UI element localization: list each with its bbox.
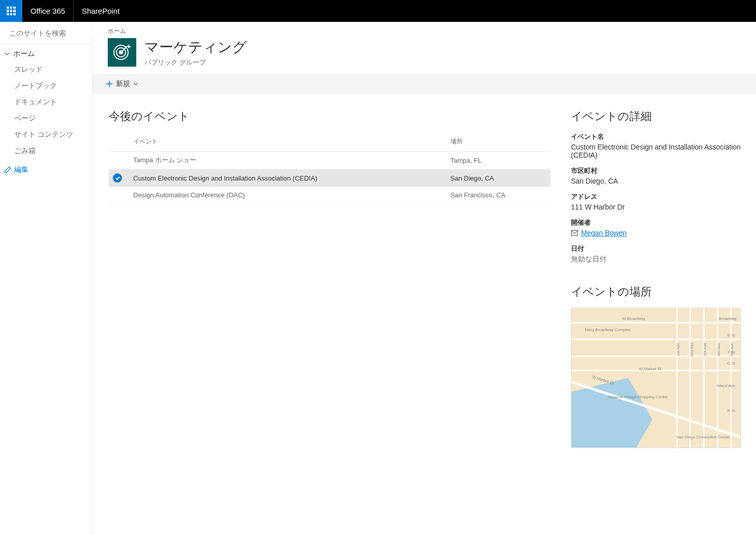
detail-addr-value: 111 W Harbor Dr xyxy=(571,203,741,211)
page-title: マーケティング xyxy=(144,38,247,57)
detail-heading: イベントの詳細 xyxy=(571,109,741,124)
events-heading: 今後のイベント xyxy=(109,109,551,124)
event-name-cell: Custom Electronic Design and Installatio… xyxy=(129,169,446,187)
plus-icon xyxy=(106,80,113,87)
event-name-cell: Design Automation Conference (DAC) xyxy=(129,187,446,203)
map-label: 4th Ave xyxy=(716,343,720,356)
table-row[interactable]: Design Automation Conference (DAC) San F… xyxy=(109,187,551,203)
chevron-down-icon xyxy=(133,81,138,86)
chevron-down-icon xyxy=(4,51,10,57)
map-label: San Diego Convention Center xyxy=(676,435,730,439)
nav-header-label: ホーム xyxy=(13,49,35,58)
svg-line-5 xyxy=(121,46,127,52)
map-label: 1st Ave xyxy=(675,343,680,356)
event-loc-cell: San Diego, CA xyxy=(446,169,551,187)
detail-name-value: Custom Electronic Design and Installatio… xyxy=(571,143,741,159)
map-label: Navy Broadway Complex xyxy=(585,328,631,332)
map-label: G St xyxy=(727,361,735,366)
nav-item-pages[interactable]: ページ xyxy=(0,110,92,127)
nav-item-documents[interactable]: ドキュメント xyxy=(0,94,92,110)
search-input[interactable] xyxy=(9,29,98,37)
search-box[interactable] xyxy=(0,22,92,44)
nav-item-threads[interactable]: スレッド xyxy=(0,62,92,78)
edit-icon xyxy=(4,166,11,173)
event-name-cell: Tampa ホーム ショー xyxy=(129,152,446,169)
svg-rect-8 xyxy=(571,230,578,235)
suite-bar: Office 365 SharePoint xyxy=(0,0,756,22)
map-label: W Market St xyxy=(639,367,661,371)
row-check-icon[interactable] xyxy=(113,173,122,183)
detail-city-value: San Diego, CA xyxy=(571,177,741,185)
app-launcher-button[interactable] xyxy=(0,0,22,22)
target-icon xyxy=(112,42,132,63)
edit-nav-link[interactable]: 編集 xyxy=(0,161,92,179)
detail-addr-label: アドレス xyxy=(571,192,741,201)
table-row[interactable]: Tampa ホーム ショー Tampa, FL xyxy=(109,152,551,169)
map-label: 2nd Ave xyxy=(689,342,694,357)
new-button-label: 新規 xyxy=(116,79,130,88)
col-event[interactable]: イベント xyxy=(129,132,446,152)
site-subtitle: パブリック グループ xyxy=(144,58,247,67)
nav-home-header[interactable]: ホーム xyxy=(0,44,92,62)
brand-label[interactable]: Office 365 xyxy=(22,0,74,22)
detail-date-label: 日付 xyxy=(571,244,741,253)
mail-icon xyxy=(571,230,578,236)
col-location[interactable]: 場所 xyxy=(446,132,551,152)
event-loc-cell: Tampa, FL xyxy=(446,152,551,169)
map-label: W Broadway xyxy=(622,316,645,321)
command-bar: 新規 xyxy=(93,74,756,94)
col-select xyxy=(109,132,129,152)
edit-nav-label: 編集 xyxy=(14,165,28,174)
new-button[interactable]: 新規 xyxy=(102,76,145,92)
nav-item-recycle-bin[interactable]: ごみ箱 xyxy=(0,143,92,159)
nav-item-site-contents[interactable]: サイト コンテンツ xyxy=(0,127,92,143)
event-map[interactable]: W Broadway Broadway E St F St G St W Mar… xyxy=(571,308,741,448)
map-label: Seaport Village Shopping Center xyxy=(609,395,668,399)
detail-name-label: イベント名 xyxy=(571,132,741,141)
map-heading: イベントの場所 xyxy=(571,284,741,300)
detail-org-label: 開催者 xyxy=(571,218,741,227)
map-label: K St xyxy=(728,408,735,413)
detail-city-label: 市区町村 xyxy=(571,166,741,175)
organizer-link[interactable]: Megan Bowen xyxy=(581,229,627,237)
map-label: Island Ave xyxy=(716,383,735,388)
events-table: イベント 場所 Tampa ホーム ショー Tampa, FL Custom E xyxy=(109,132,551,203)
waffle-icon xyxy=(7,7,16,16)
detail-date-value: 無効な日付 xyxy=(571,255,741,264)
site-header: マーケティング パブリック グループ xyxy=(93,38,756,74)
breadcrumb[interactable]: ホーム xyxy=(93,22,756,38)
map-label: E St xyxy=(728,333,735,338)
left-nav: ホーム スレッド ノートブック ドキュメント ページ サイト コンテンツ ごみ箱… xyxy=(0,22,93,535)
map-label: 3rd Ave xyxy=(703,343,707,356)
nav-item-notebook[interactable]: ノートブック xyxy=(0,78,92,94)
map-label: Broadway xyxy=(719,316,737,321)
product-label[interactable]: SharePoint xyxy=(74,7,128,15)
table-row[interactable]: Custom Electronic Design and Installatio… xyxy=(109,169,551,187)
site-logo[interactable] xyxy=(108,38,136,67)
event-loc-cell: San Francisco, CA xyxy=(446,187,551,203)
map-label: 5th Ave xyxy=(730,343,734,356)
